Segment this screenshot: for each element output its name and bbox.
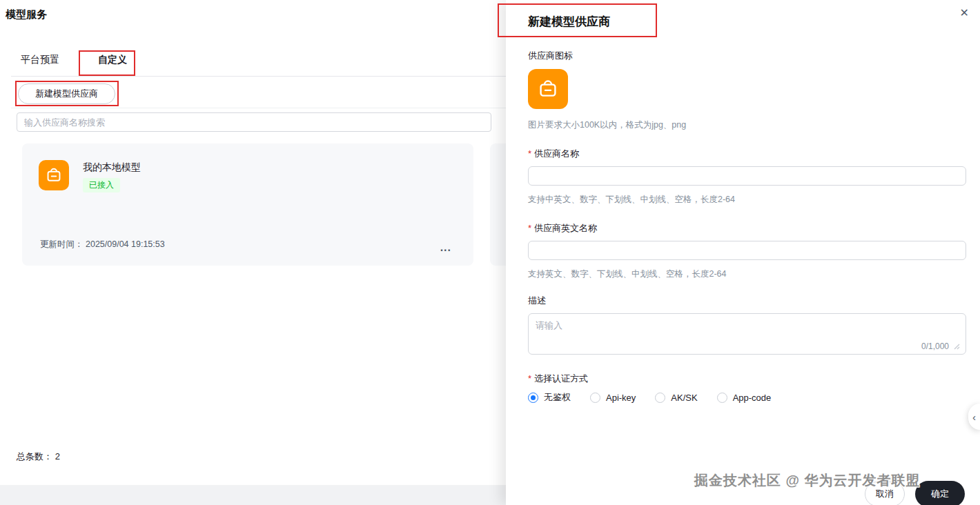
icon-section-label: 供应商图标 xyxy=(528,50,573,62)
radio-api-key[interactable]: Api-key xyxy=(590,393,636,403)
status-badge: 已接入 xyxy=(83,178,120,192)
description-box: 0/1,000 xyxy=(528,313,966,355)
radio-ak-sk[interactable]: AK/SK xyxy=(655,393,697,403)
provider-card-title: 我的本地模型 xyxy=(83,161,141,174)
auth-label-text: 选择认证方式 xyxy=(534,373,588,384)
name-label-text: 供应商名称 xyxy=(534,148,579,159)
tab-platform-preset[interactable]: 平台预置 xyxy=(21,54,59,76)
en-name-label-text: 供应商英文名称 xyxy=(534,223,597,233)
create-provider-button[interactable]: 新建模型供应商 xyxy=(18,83,115,104)
tab-bar: 平台预置 自定义 xyxy=(21,54,127,76)
confirm-button[interactable]: 确定 xyxy=(915,481,965,505)
search-input[interactable] xyxy=(17,112,491,132)
total-label: 总条数： xyxy=(17,451,52,462)
char-counter: 0/1,000 xyxy=(921,341,949,351)
robot-box-icon xyxy=(45,166,63,184)
radio-circle-icon xyxy=(717,393,727,403)
auth-field-label: *选择认证方式 xyxy=(528,373,588,385)
card-updated-time: 更新时间： 2025/09/04 19:15:53 xyxy=(40,239,165,250)
radio-no-auth[interactable]: 无鉴权 xyxy=(528,391,571,404)
total-value: 2 xyxy=(55,451,60,462)
radio-app-code[interactable]: App-code xyxy=(717,393,772,403)
description-textarea[interactable] xyxy=(529,314,966,339)
radio-circle-icon xyxy=(655,393,665,403)
watermark: 掘金技术社区 @ 华为云开发者联盟 xyxy=(694,471,921,490)
radio-circle-icon xyxy=(528,393,538,403)
radio-label: 无鉴权 xyxy=(544,391,571,404)
provider-name-input[interactable] xyxy=(528,166,966,186)
total-count: 总条数： 2 xyxy=(17,450,60,463)
required-mark: * xyxy=(528,373,531,384)
provider-en-name-input[interactable] xyxy=(528,241,966,260)
create-provider-drawer: 新建模型供应商 ✕ 供应商图标 图片要求大小100K以内，格式为jpg、png … xyxy=(506,0,980,505)
provider-icon-upload[interactable] xyxy=(528,69,568,109)
name-field-hint: 支持中英文、数字、下划线、中划线、空格，长度2-64 xyxy=(528,194,735,206)
drawer-title: 新建模型供应商 xyxy=(528,14,610,30)
provider-icon xyxy=(39,160,69,190)
updated-label: 更新时间： xyxy=(40,239,84,249)
more-actions-icon[interactable]: ... xyxy=(440,242,451,253)
tab-custom[interactable]: 自定义 xyxy=(98,54,127,76)
auth-radio-group: 无鉴权 Api-key AK/SK App-code xyxy=(528,391,771,404)
textarea-footer: 0/1,000 xyxy=(921,341,960,351)
description-label: 描述 xyxy=(528,295,546,307)
radio-label: Api-key xyxy=(606,393,636,403)
close-icon[interactable]: ✕ xyxy=(960,8,969,19)
robot-box-icon xyxy=(537,78,559,100)
en-name-field-hint: 支持英文、数字、下划线、中划线、空格，长度2-64 xyxy=(528,268,727,280)
footer-band xyxy=(0,485,506,505)
radio-label: AK/SK xyxy=(671,393,697,403)
icon-hint: 图片要求大小100K以内，格式为jpg、png xyxy=(528,119,686,131)
en-name-field-label: *供应商英文名称 xyxy=(528,222,597,235)
chevron-left-icon: ‹ xyxy=(972,412,976,422)
page-title: 模型服务 xyxy=(6,8,47,21)
required-mark: * xyxy=(528,148,531,159)
updated-value: 2025/09/04 19:15:53 xyxy=(86,239,165,249)
radio-circle-icon xyxy=(590,393,600,403)
toolbar-divider xyxy=(11,108,506,108)
radio-label: App-code xyxy=(733,393,772,403)
name-field-label: *供应商名称 xyxy=(528,148,579,160)
provider-card[interactable]: 我的本地模型 已接入 更新时间： 2025/09/04 19:15:53 ... xyxy=(22,143,473,266)
required-mark: * xyxy=(528,223,531,233)
resize-handle-icon[interactable] xyxy=(953,343,960,350)
screen: 模型服务 平台预置 自定义 新建模型供应商 我的本地模型 已接入 更新时间： 2… xyxy=(0,0,980,505)
